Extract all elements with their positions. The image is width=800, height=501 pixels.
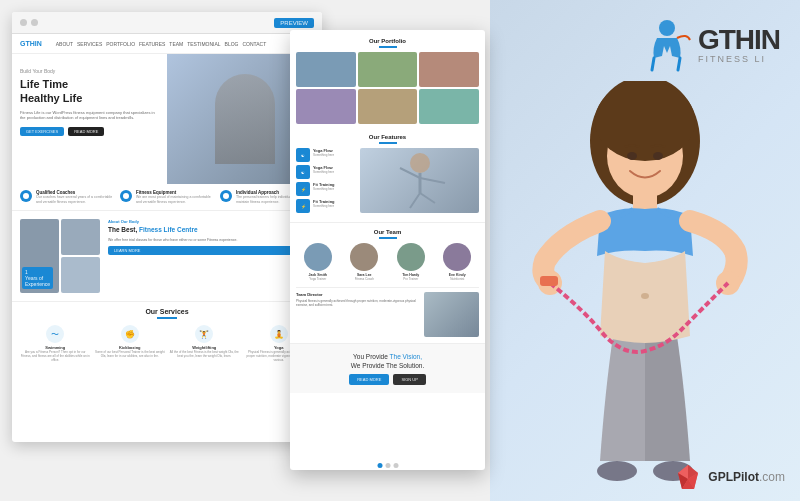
exercise-pose-svg bbox=[370, 148, 470, 213]
nav-services[interactable]: SERVICES bbox=[77, 41, 102, 47]
left-website-mockup: PREVIEW GTHIN ABOUT SERVICES PORTFOLIO F… bbox=[12, 12, 322, 442]
yoga-icon: 🧘 bbox=[274, 330, 284, 339]
nav-contact[interactable]: CONTACT bbox=[242, 41, 266, 47]
team-avatar-2 bbox=[350, 243, 378, 271]
about-label: About Our Body bbox=[108, 219, 314, 224]
swimming-icon: 〜 bbox=[51, 329, 59, 340]
svg-line-4 bbox=[410, 193, 420, 208]
feature-desc-3: Something here bbox=[313, 187, 335, 191]
pagination-dot-3[interactable] bbox=[393, 463, 398, 468]
kickboxing-icon: ✊ bbox=[125, 330, 135, 339]
get-exercises-button[interactable]: GET EXERCISES bbox=[20, 127, 64, 136]
weightlifting-icon-box: 🏋 bbox=[195, 325, 213, 343]
equipment-icon bbox=[120, 190, 132, 202]
features-person-image bbox=[360, 148, 479, 213]
nav-team[interactable]: TEAM bbox=[169, 41, 183, 47]
services-section: Our Services 〜 Swimming Are you a Fitnes… bbox=[12, 301, 322, 369]
nav-about[interactable]: ABOUT bbox=[56, 41, 73, 47]
vision-signup-button[interactable]: SIGN UP bbox=[393, 374, 425, 385]
approach-icon bbox=[220, 190, 232, 202]
preview-button[interactable]: PREVIEW bbox=[274, 18, 314, 28]
about-title: The Best, Fitness Life Centre bbox=[108, 226, 314, 234]
gpl-text: GPLPilot.com bbox=[708, 470, 785, 484]
gpl-watermark: GPLPilot.com bbox=[674, 463, 785, 491]
vision-buttons: READ MORE SIGN UP bbox=[298, 374, 477, 385]
feature-desc-1: Something here bbox=[313, 153, 334, 157]
service-swimming: 〜 Swimming Are you a Fitness Person? The… bbox=[20, 325, 91, 363]
fitness-girl-svg bbox=[505, 81, 785, 501]
portfolio-item-4 bbox=[296, 89, 356, 124]
services-title: Our Services bbox=[20, 308, 314, 315]
team-grid: Jack Smith Yoga Trainer Sara Lee Fitness… bbox=[296, 243, 479, 281]
coaches-icon bbox=[20, 190, 32, 202]
feature-box-4: ⚡ bbox=[296, 199, 310, 213]
team-role-1: Yoga Trainer bbox=[296, 277, 340, 281]
feature-info-2: Yoga Flow Something here bbox=[313, 165, 334, 174]
feature-box-2: ☯ bbox=[296, 165, 310, 179]
hero-text: Build Your Body Life TimeHealthy Life Fi… bbox=[20, 68, 160, 136]
learn-more-button[interactable]: LEARN MORE bbox=[108, 246, 314, 255]
team-role-3: Pro Trainer bbox=[389, 277, 433, 281]
feature-row-1: ☯ Yoga Flow Something here bbox=[296, 148, 356, 162]
vision-read-more-button[interactable]: READ MORE bbox=[349, 374, 389, 385]
right-website-mockup: Our Portfolio Our Features ☯ Yoga Flow bbox=[290, 30, 485, 470]
team-avatar-1 bbox=[304, 243, 332, 271]
gthin-logo-icon bbox=[642, 20, 692, 70]
team-role-2: Fitness Coach bbox=[343, 277, 387, 281]
feature-info-1: Yoga Flow Something here bbox=[313, 148, 334, 157]
feature-coaches: Qualified Coaches Our coaches have sever… bbox=[20, 190, 114, 204]
nav-bar: GTHIN ABOUT SERVICES PORTFOLIO FEATURES … bbox=[12, 34, 322, 54]
team-member-1: Jack Smith Yoga Trainer bbox=[296, 243, 340, 281]
features-right-col bbox=[360, 148, 479, 216]
hero-person-shape bbox=[215, 74, 275, 164]
gthin-brand-tagline: FITNESS LI bbox=[698, 54, 780, 64]
gthin-logo-svg bbox=[642, 18, 692, 73]
portfolio-section: Our Portfolio bbox=[290, 30, 485, 128]
vision-section: You Provide The Vision,We Provide The So… bbox=[290, 343, 485, 393]
feature-box-1: ☯ bbox=[296, 148, 310, 162]
gthin-brand-name: GTHIN bbox=[698, 26, 780, 54]
feature-equipment: Fitness Equipment We are most proud of m… bbox=[120, 190, 214, 204]
nav-blog[interactable]: BLOG bbox=[225, 41, 239, 47]
nav-portfolio[interactable]: PORTFOLIO bbox=[106, 41, 135, 47]
portfolio-item-1 bbox=[296, 52, 356, 87]
svg-point-12 bbox=[627, 152, 637, 160]
features-section-right: Our Features ☯ Yoga Flow Something here … bbox=[290, 128, 485, 222]
hero-subtitle: Build Your Body bbox=[20, 68, 160, 74]
feature-row-2: ☯ Yoga Flow Something here bbox=[296, 165, 356, 179]
years-badge: 1Years ofExperience bbox=[22, 267, 53, 289]
pagination-dots bbox=[377, 463, 398, 468]
features-title: Our Features bbox=[296, 134, 479, 140]
team-featured-content: Team Director Physical fitness is genera… bbox=[296, 292, 420, 337]
gpl-diamond-icon bbox=[674, 463, 702, 491]
team-section: Our Team Jack Smith Yoga Trainer Sara Le… bbox=[290, 222, 485, 343]
pagination-dot-2[interactable] bbox=[385, 463, 390, 468]
about-content: About Our Body The Best, Fitness Life Ce… bbox=[108, 219, 314, 293]
nav-features[interactable]: FEATURES bbox=[139, 41, 165, 47]
nav-links: ABOUT SERVICES PORTFOLIO FEATURES TEAM T… bbox=[56, 41, 267, 47]
portfolio-item-5 bbox=[358, 89, 418, 124]
portfolio-underline bbox=[379, 46, 397, 48]
hero-title: Life TimeHealthy Life bbox=[20, 77, 160, 106]
svg-rect-18 bbox=[540, 276, 558, 286]
read-more-button[interactable]: READ MORE bbox=[68, 127, 104, 136]
nav-testimonial[interactable]: TESTIMONIAL bbox=[187, 41, 220, 47]
browser-dot-2 bbox=[31, 19, 38, 26]
swimming-icon-box: 〜 bbox=[46, 325, 64, 343]
fitness-girl-section: GTHIN FITNESS LI bbox=[490, 0, 800, 501]
feature-box-icon-4: ⚡ bbox=[301, 204, 306, 209]
feature-box-3: ⚡ bbox=[296, 182, 310, 196]
feature-box-icon-2: ☯ bbox=[301, 170, 305, 175]
nav-logo: GTHIN bbox=[20, 40, 42, 47]
pagination-dot-1[interactable] bbox=[377, 463, 382, 468]
team-member-2: Sara Lee Fitness Coach bbox=[343, 243, 387, 281]
feature-row-4: ⚡ Fit Training Something here bbox=[296, 199, 356, 213]
feature-coaches-desc: Our coaches have several years of a comf… bbox=[36, 195, 114, 204]
kickboxing-icon-box: ✊ bbox=[121, 325, 139, 343]
svg-point-17 bbox=[641, 293, 649, 299]
gpl-diamond-svg bbox=[674, 463, 702, 491]
about-img-main: 1Years ofExperience bbox=[20, 219, 59, 293]
team-member-4: Eve Kindy Nutritionist bbox=[436, 243, 480, 281]
feature-desc-2: Something here bbox=[313, 170, 334, 174]
team-title: Our Team bbox=[296, 229, 479, 235]
